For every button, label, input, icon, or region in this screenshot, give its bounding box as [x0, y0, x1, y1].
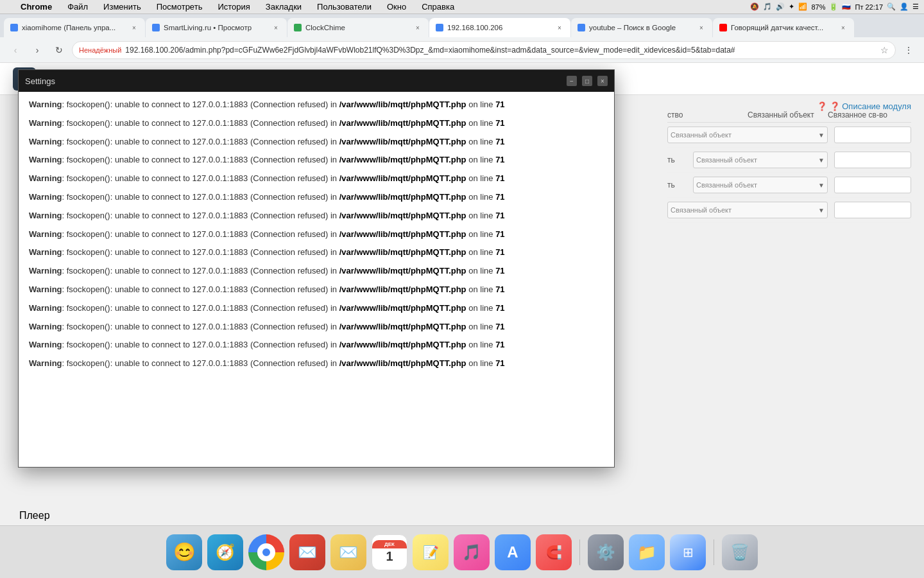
warn-label-5: Warning: [29, 173, 62, 183]
modal-overlay: Settings − □ ×: [0, 63, 924, 578]
tab-xiaomihome[interactable]: xiaomihome (Панель упра... ×: [4, 18, 145, 37]
warn-linenum-7: 71: [495, 211, 504, 220]
modal-titlebar: Settings − □ ×: [19, 70, 614, 92]
tab-ip[interactable]: 192.168.100.206 ×: [429, 18, 570, 37]
warn-linenum-1: 71: [495, 100, 504, 109]
battery-percent: 87%: [811, 3, 825, 11]
address-bar[interactable]: Ненадёжный 192.168.100.206/admin.php?pd=…: [72, 41, 896, 59]
warn-linenum-14: 71: [495, 340, 504, 349]
warning-line-2: Warning: fsockopen(): unable to connect …: [29, 117, 604, 130]
warn-linenum-6: 71: [495, 192, 504, 202]
security-indicator: Ненадёжный: [79, 46, 121, 54]
warning-line-13: Warning: fsockopen(): unable to connect …: [29, 320, 604, 334]
warn-label-15: Warning: [29, 358, 62, 368]
warning-line-6: Warning: fsockopen(): unable to connect …: [29, 191, 604, 204]
warning-line-1: Warning: fsockopen(): unable to connect …: [29, 98, 604, 112]
tab-title-clockchime: ClockChime: [305, 24, 409, 31]
warn-path-8: /var/www/lib/mqtt/phpMQTT.php: [339, 229, 466, 239]
warning-line-11: Warning: fsockopen(): unable to connect …: [29, 283, 604, 297]
warning-line-4: Warning: fsockopen(): unable to connect …: [29, 153, 604, 167]
menubar-help[interactable]: Справка: [419, 1, 457, 12]
modal-body[interactable]: Warning: fsockopen(): unable to connect …: [19, 92, 614, 467]
tab-smartliving[interactable]: SmartLiving.ru • Просмотр ×: [146, 18, 287, 37]
flag-icon: 🇷🇺: [842, 3, 851, 11]
bookmark-star-icon[interactable]: ☆: [880, 45, 889, 55]
tab-youtube-search[interactable]: youtube – Поиск в Google ×: [571, 18, 712, 37]
modal-close-button[interactable]: ×: [597, 76, 608, 86]
page-background: M MajorDoMo 🏠 Веб-сайт ▦ Домашние страни…: [0, 63, 924, 578]
warn-linenum-5: 71: [495, 173, 504, 183]
tab-close-ip[interactable]: ×: [555, 23, 564, 32]
menubar: Chrome Файл Изменить Посмотреть История …: [0, 0, 924, 14]
warn-path-12: /var/www/lib/mqtt/phpMQTT.php: [339, 303, 466, 313]
tab-icon-xiaomihome: [10, 24, 18, 31]
warn-label-6: Warning: [29, 192, 62, 202]
music-icon: 🎵: [763, 3, 772, 11]
maximize-icon: □: [585, 78, 589, 85]
forward-button[interactable]: ›: [28, 41, 46, 59]
warning-line-7: Warning: fsockopen(): unable to connect …: [29, 209, 604, 223]
menu-icon[interactable]: ☰: [912, 3, 919, 11]
tab-icon-youtube-video: [719, 24, 727, 31]
settings-menu-button[interactable]: ⋮: [900, 41, 918, 59]
warn-label-2: Warning: [29, 118, 62, 128]
warn-path-15: /var/www/lib/mqtt/phpMQTT.php: [339, 358, 466, 368]
warning-line-8: Warning: fsockopen(): unable to connect …: [29, 228, 604, 241]
browser-window: xiaomihome (Панель упра... × SmartLiving…: [0, 14, 924, 578]
warn-linenum-8: 71: [495, 229, 504, 239]
modal-minimize-button[interactable]: −: [567, 76, 577, 86]
warn-linenum-10: 71: [495, 266, 504, 276]
tab-bar: xiaomihome (Панель упра... × SmartLiving…: [0, 14, 924, 37]
menubar-history[interactable]: История: [215, 1, 252, 12]
warn-path-6: /var/www/lib/mqtt/phpMQTT.php: [339, 192, 466, 202]
tab-close-xiaomihome[interactable]: ×: [130, 23, 139, 32]
menubar-view[interactable]: Посмотреть: [154, 1, 205, 12]
tab-title-xiaomihome: xiaomihome (Панель упра...: [22, 24, 126, 31]
reload-button[interactable]: ↻: [50, 41, 68, 59]
warn-linenum-4: 71: [495, 155, 504, 164]
menubar-bookmarks[interactable]: Закладки: [263, 1, 304, 12]
modal-title: Settings: [25, 76, 55, 86]
warn-label-11: Warning: [29, 285, 62, 294]
warn-label-13: Warning: [29, 322, 62, 331]
tab-title-youtube-video: Говорящий датчик качест...: [731, 24, 835, 31]
warn-path-1: /var/www/lib/mqtt/phpMQTT.php: [339, 100, 466, 109]
tab-close-youtube-search[interactable]: ×: [697, 23, 706, 32]
notification-icon: 🔕: [750, 3, 759, 11]
search-icon[interactable]: 🔍: [887, 3, 896, 11]
warn-linenum-13: 71: [495, 322, 504, 331]
wifi-icon: 📶: [798, 3, 807, 11]
warn-path-4: /var/www/lib/mqtt/phpMQTT.php: [339, 155, 466, 164]
modal-maximize-button[interactable]: □: [582, 76, 592, 86]
tab-clockchime[interactable]: ClockChime ×: [287, 18, 429, 37]
menubar-app-name[interactable]: Chrome: [18, 1, 55, 12]
tab-title-ip: 192.168.100.206: [447, 24, 551, 31]
url-display: 192.168.100.206/admin.php?pd=cGFuZWw6e2F…: [125, 46, 877, 55]
warning-line-10: Warning: fsockopen(): unable to connect …: [29, 265, 604, 278]
warn-path-7: /var/www/lib/mqtt/phpMQTT.php: [339, 211, 466, 220]
menubar-file[interactable]: Файл: [65, 1, 90, 12]
tab-youtube-video[interactable]: Говорящий датчик качест... ×: [713, 18, 854, 37]
tab-close-smartliving[interactable]: ×: [271, 23, 280, 32]
back-button[interactable]: ‹: [6, 41, 24, 59]
warn-label-1: Warning: [29, 100, 62, 109]
tab-icon-smartliving: [152, 24, 160, 31]
minimize-icon: −: [570, 78, 574, 85]
menubar-left: Chrome Файл Изменить Посмотреть История …: [5, 1, 457, 12]
warn-label-9: Warning: [29, 247, 62, 257]
warn-path-14: /var/www/lib/mqtt/phpMQTT.php: [339, 340, 466, 349]
warn-path-3: /var/www/lib/mqtt/phpMQTT.php: [339, 137, 466, 146]
warn-linenum-3: 71: [495, 137, 504, 146]
menubar-edit[interactable]: Изменить: [101, 1, 144, 12]
browser-content: M MajorDoMo 🏠 Веб-сайт ▦ Домашние страни…: [0, 63, 924, 578]
warn-path-11: /var/www/lib/mqtt/phpMQTT.php: [339, 285, 466, 294]
menubar-window[interactable]: Окно: [384, 1, 409, 12]
tab-close-clockchime[interactable]: ×: [413, 23, 422, 32]
warn-label-12: Warning: [29, 303, 62, 313]
battery-icon: 🔋: [829, 3, 838, 11]
tab-close-youtube-video[interactable]: ×: [839, 23, 848, 32]
user-avatar-icon[interactable]: 👤: [900, 3, 909, 11]
warn-linenum-12: 71: [495, 303, 504, 313]
warn-path-10: /var/www/lib/mqtt/phpMQTT.php: [339, 266, 466, 276]
menubar-users[interactable]: Пользователи: [314, 1, 374, 12]
